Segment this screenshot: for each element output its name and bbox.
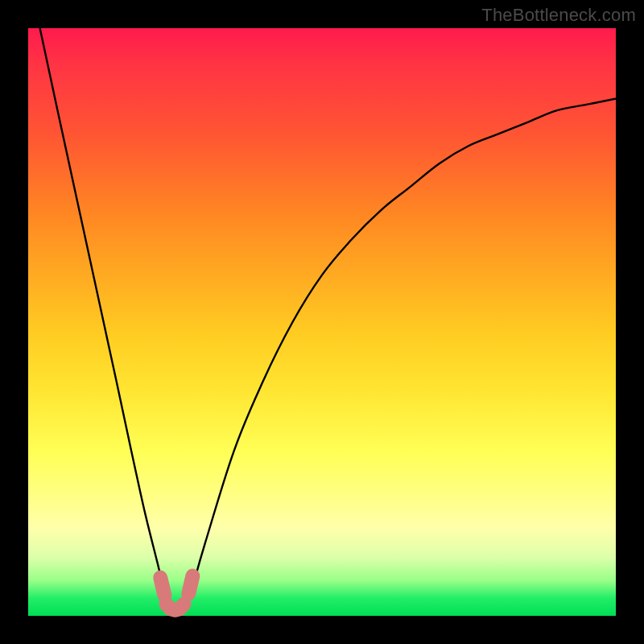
highlight-segment: [160, 578, 164, 596]
highlight-markers: [160, 576, 192, 609]
bottleneck-curve: [40, 28, 616, 611]
chart-svg: [28, 28, 616, 616]
highlight-segment: [188, 576, 192, 593]
chart-plot-area: [28, 28, 616, 616]
watermark-text: TheBottleneck.com: [481, 5, 636, 26]
highlight-segment: [167, 604, 184, 609]
